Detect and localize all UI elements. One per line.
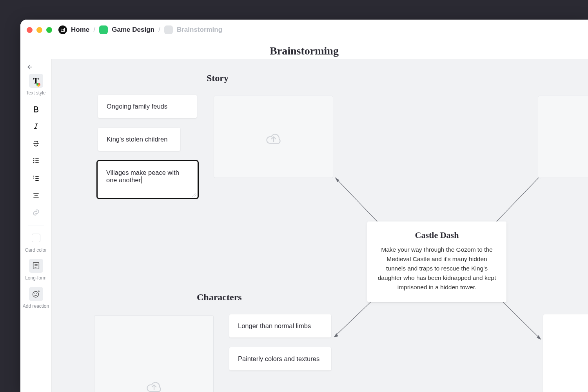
right-bottom-card[interactable] — [543, 314, 588, 392]
character-card-painterly[interactable]: Painterly colors and textures — [229, 347, 331, 370]
window-controls — [27, 27, 52, 33]
link-icon — [32, 209, 40, 216]
card-color-swatch-icon — [32, 234, 40, 242]
long-form-label: Long-form — [22, 275, 50, 281]
image-dropzone-characters[interactable] — [94, 315, 214, 392]
card-text: Painterly colors and textures — [238, 355, 319, 362]
add-reaction-button[interactable] — [29, 287, 43, 301]
center-card-body: Make your way through the Gozom to the M… — [377, 245, 496, 292]
numbered-list-button[interactable]: 12 — [29, 171, 43, 185]
italic-button[interactable] — [29, 119, 43, 133]
text-style-icon: T — [33, 76, 39, 86]
svg-marker-16 — [537, 335, 541, 339]
svg-marker-10 — [335, 178, 339, 182]
project-color-icon — [99, 25, 108, 34]
bold-button[interactable] — [29, 102, 43, 116]
image-dropzone-story[interactable] — [214, 96, 333, 178]
titlebar: Home / Game Design / Brainstorming — [20, 20, 588, 40]
strikethrough-button[interactable] — [29, 136, 43, 151]
breadcrumb-home[interactable]: Home — [58, 25, 89, 34]
long-form-icon — [32, 261, 40, 270]
breadcrumb-separator: / — [158, 26, 160, 34]
svg-point-6 — [33, 291, 38, 297]
add-reaction-label: Add reaction — [22, 303, 50, 310]
dock-divider — [28, 225, 44, 225]
minimize-window-button[interactable] — [36, 27, 42, 33]
cloud-upload-icon — [143, 376, 165, 392]
section-heading-story[interactable]: Story — [207, 73, 229, 83]
center-card-title: Castle Dash — [377, 230, 496, 240]
character-card-limbs[interactable]: Longer than normal limbs — [229, 314, 331, 338]
story-card-stolen[interactable]: King's stolen children — [98, 128, 180, 151]
strikethrough-icon — [32, 140, 40, 147]
long-form-button[interactable] — [29, 259, 43, 273]
svg-point-0 — [33, 158, 34, 159]
section-heading-characters[interactable]: Characters — [197, 292, 242, 303]
breadcrumb-project[interactable]: Game Design — [99, 25, 154, 34]
italic-icon — [32, 122, 40, 130]
link-button[interactable] — [29, 205, 43, 220]
bullet-list-button[interactable] — [29, 154, 43, 168]
text-style-button[interactable]: T — [29, 74, 43, 88]
page-title: Brainstorming — [20, 45, 588, 57]
card-color-label: Card color — [22, 247, 50, 254]
card-text-editing[interactable]: Villages make peace with one another — [106, 169, 179, 183]
align-button[interactable] — [29, 188, 43, 202]
center-card-castle-dash[interactable]: Castle Dash Make your way through the Go… — [367, 221, 506, 302]
numbered-list-icon: 12 — [32, 174, 40, 182]
align-center-icon — [32, 191, 40, 199]
breadcrumb-page[interactable]: Brainstorming — [164, 25, 222, 34]
svg-line-9 — [335, 178, 379, 223]
close-window-button[interactable] — [27, 27, 33, 33]
bullet-list-icon — [32, 157, 40, 165]
breadcrumb-home-label: Home — [71, 26, 89, 34]
card-color-button[interactable] — [29, 231, 43, 245]
cloud-upload-icon — [587, 128, 588, 146]
card-text: Ongoing family feuds — [107, 103, 167, 110]
breadcrumb-separator: / — [93, 26, 95, 34]
breadcrumb-project-label: Game Design — [112, 26, 154, 34]
zoom-window-button[interactable] — [46, 27, 52, 33]
page-color-icon — [164, 25, 173, 34]
svg-point-8 — [36, 293, 37, 294]
breadcrumb-page-label: Brainstorming — [177, 26, 222, 34]
image-dropzone-right-top[interactable] — [538, 96, 588, 178]
back-button[interactable] — [26, 64, 33, 71]
story-card-feuds[interactable]: Ongoing family feuds — [98, 95, 197, 118]
svg-point-7 — [34, 293, 35, 294]
board-canvas[interactable]: Story Ongoing family feuds King's stolen… — [52, 59, 588, 392]
app-logo-icon — [58, 25, 67, 34]
card-text: King's stolen children — [107, 136, 167, 143]
cloud-upload-icon — [263, 128, 285, 146]
tool-dock: T Text style 12 Card color — [20, 59, 52, 392]
svg-marker-14 — [334, 333, 338, 337]
svg-text:2: 2 — [33, 177, 34, 180]
text-style-label: Text style — [22, 90, 50, 96]
svg-line-11 — [495, 174, 543, 223]
story-card-peace[interactable]: Villages make peace with one another — [98, 161, 198, 198]
add-reaction-icon — [32, 290, 40, 298]
bold-icon — [32, 105, 40, 113]
svg-point-1 — [33, 160, 34, 161]
card-text: Longer than normal limbs — [238, 322, 311, 329]
app-window: Home / Game Design / Brainstorming Brain… — [20, 20, 588, 392]
svg-point-2 — [33, 162, 34, 163]
